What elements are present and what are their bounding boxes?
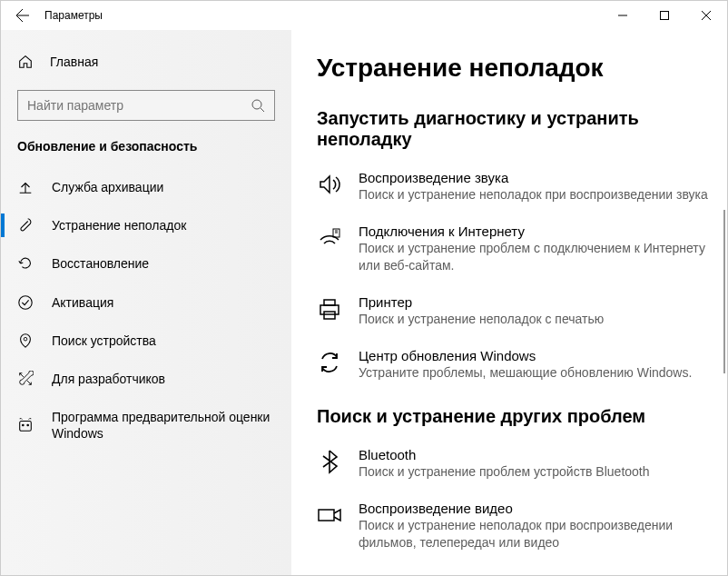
nav-label: Для разработчиков (52, 371, 165, 387)
nav-label: Поиск устройства (52, 333, 156, 349)
troubleshooter-title: Воспроизведение звука (359, 170, 709, 185)
home-link[interactable]: Главная (1, 46, 291, 77)
troubleshooter-audio[interactable]: Воспроизведение звука Поиск и устранение… (317, 170, 709, 204)
troubleshooter-title: Воспроизведение видео (359, 501, 709, 516)
sidebar: Главная Обновление и безопасность Служба… (1, 30, 291, 575)
window-controls (602, 1, 727, 30)
content-area: Устранение неполадок Запустить диагности… (291, 30, 727, 575)
insider-icon (17, 417, 34, 433)
sidebar-item-recovery[interactable]: Восстановление (1, 244, 291, 283)
troubleshooter-bluetooth[interactable]: Bluetooth Поиск и устранение проблем уст… (317, 447, 709, 481)
svg-point-3 (24, 337, 27, 341)
speaker-icon (317, 172, 342, 197)
section-title: Поиск и устранение других проблем (317, 406, 709, 427)
backup-icon (17, 179, 34, 195)
video-icon (317, 502, 342, 528)
window-title: Параметры (44, 9, 103, 22)
svg-point-1 (252, 100, 261, 109)
section-title: Запустить диагностику и устранить непола… (317, 108, 709, 150)
tools-icon (17, 371, 34, 387)
svg-rect-4 (20, 422, 32, 432)
nav-label: Программа предварительной оценки Windows (52, 409, 275, 442)
troubleshooter-desc: Поиск и устранение неполадок при воспрои… (359, 186, 709, 204)
svg-point-6 (26, 424, 29, 427)
close-button[interactable] (685, 1, 727, 30)
troubleshooter-desc: Устраните проблемы, мешающие обновлению … (359, 364, 709, 382)
wrench-icon (17, 217, 34, 233)
scrollbar[interactable] (723, 210, 725, 373)
maximize-button[interactable] (644, 1, 685, 30)
troubleshooter-desc: Поиск и устранение неполадок при воспрои… (359, 517, 709, 551)
sidebar-item-developers[interactable]: Для разработчиков (1, 360, 291, 398)
search-box[interactable] (17, 90, 275, 121)
page-title: Устранение неполадок (317, 54, 709, 83)
troubleshooter-desc: Поиск и устранение проблем устройств Blu… (359, 463, 709, 481)
titlebar: Параметры (1, 1, 727, 30)
sync-icon (317, 350, 342, 375)
recovery-icon (17, 255, 34, 272)
svg-point-5 (22, 424, 25, 427)
bluetooth-icon (317, 449, 342, 474)
nav-label: Устранение неполадок (52, 217, 186, 233)
troubleshooter-desc: Поиск и устранение проблем с подключение… (359, 240, 709, 274)
svg-point-2 (19, 295, 32, 308)
nav-label: Активация (52, 294, 113, 311)
troubleshooter-title: Bluetooth (359, 447, 709, 462)
sidebar-item-activation[interactable]: Активация (1, 283, 291, 322)
home-label: Главная (50, 55, 98, 69)
printer-icon (317, 296, 342, 322)
svg-rect-8 (320, 305, 339, 314)
wifi-icon (317, 225, 342, 251)
nav-label: Восстановление (52, 255, 149, 272)
troubleshooter-update[interactable]: Центр обновления Windows Устраните пробл… (317, 348, 709, 382)
minimize-icon (618, 11, 627, 20)
troubleshooter-title: Центр обновления Windows (359, 348, 709, 363)
troubleshooter-title: Подключения к Интернету (359, 223, 709, 239)
svg-rect-9 (324, 300, 335, 305)
troubleshooter-printer[interactable]: Принтер Поиск и устранение неполадок с п… (317, 294, 709, 328)
sidebar-item-backup[interactable]: Служба архивации (1, 168, 291, 206)
sidebar-category: Обновление и безопасность (1, 139, 291, 168)
sidebar-item-insider[interactable]: Программа предварительной оценки Windows (1, 398, 291, 452)
check-circle-icon (17, 294, 34, 311)
home-icon (17, 54, 34, 70)
troubleshooter-video[interactable]: Воспроизведение видео Поиск и устранение… (317, 501, 709, 551)
minimize-button[interactable] (602, 1, 644, 30)
troubleshooter-internet[interactable]: Подключения к Интернету Поиск и устранен… (317, 223, 709, 274)
svg-rect-0 (661, 12, 669, 20)
close-icon (702, 11, 711, 20)
arrow-left-icon (15, 8, 30, 23)
troubleshooter-title: Принтер (359, 294, 709, 310)
maximize-icon (660, 11, 669, 20)
svg-rect-11 (319, 510, 334, 521)
location-icon (17, 333, 34, 349)
sidebar-item-find-device[interactable]: Поиск устройства (1, 322, 291, 360)
back-button[interactable] (8, 1, 37, 30)
search-input[interactable] (27, 98, 251, 113)
sidebar-item-troubleshoot[interactable]: Устранение неполадок (1, 206, 291, 244)
troubleshooter-desc: Поиск и устранение неполадок с печатью (359, 311, 709, 328)
search-icon (251, 98, 265, 113)
nav-label: Служба архивации (52, 179, 163, 195)
svg-rect-10 (324, 312, 335, 319)
